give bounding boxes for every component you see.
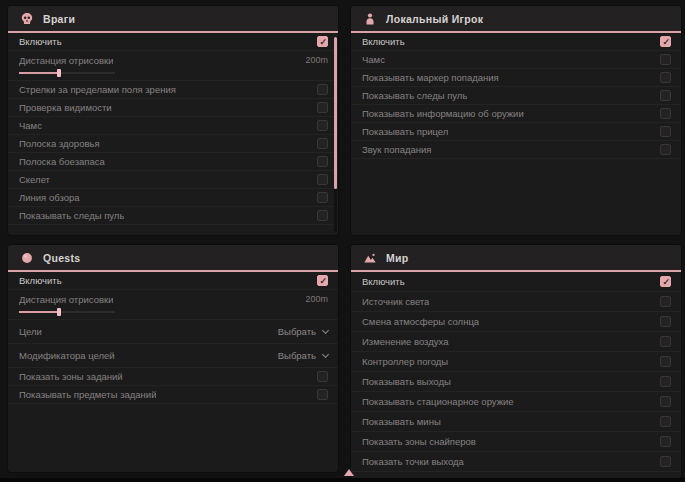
chevron-down-icon xyxy=(322,326,329,333)
checkbox[interactable] xyxy=(317,36,328,47)
setting-row: Включить xyxy=(8,272,338,290)
panel-title: Локальный Игрок xyxy=(386,13,483,25)
setting-label: Показывать прицел xyxy=(362,126,448,137)
slider-value: 200m xyxy=(305,294,328,304)
checkbox[interactable] xyxy=(660,296,671,307)
checkbox[interactable] xyxy=(660,108,671,119)
slider-fill xyxy=(19,311,59,313)
checkbox[interactable] xyxy=(660,126,671,137)
settings-list: ВключитьЧамсПоказывать маркер попаданияП… xyxy=(351,33,681,159)
checkbox[interactable] xyxy=(660,356,671,367)
checkbox[interactable] xyxy=(660,376,671,387)
panel-title: Мир xyxy=(386,252,409,264)
setting-row: Включить xyxy=(351,272,681,292)
checkbox[interactable] xyxy=(660,436,671,447)
panel-header: Враги xyxy=(8,6,338,33)
panel-local-player: Локальный Игрок ВключитьЧамсПоказывать м… xyxy=(351,6,681,235)
checkbox[interactable] xyxy=(660,336,671,347)
setting-row: Изменение воздуха xyxy=(351,332,681,352)
person-icon xyxy=(363,12,377,26)
checkbox[interactable] xyxy=(660,396,671,407)
setting-label: Дистанция отрисовки xyxy=(19,294,113,305)
setting-label: Линия обзора xyxy=(19,192,80,203)
checkbox[interactable] xyxy=(660,72,671,83)
settings-list: ВключитьДистанция отрисовки200mСтрелки з… xyxy=(8,33,338,225)
checkbox[interactable] xyxy=(660,456,671,467)
setting-row: Показывать информацию об оружии xyxy=(351,105,681,123)
setting-label: Показать точки выхода xyxy=(362,456,464,467)
slider-handle[interactable] xyxy=(57,69,61,77)
setting-row: Полоска здоровья xyxy=(8,135,338,153)
setting-label: Проверка видимости xyxy=(19,102,112,113)
slider-row-top: Дистанция отрисовки200m xyxy=(19,55,328,66)
slider-value: 200m xyxy=(305,55,328,65)
slider-handle[interactable] xyxy=(57,308,61,316)
checkbox[interactable] xyxy=(660,144,671,155)
setting-label: Показывать информацию об оружии xyxy=(362,108,524,119)
checkbox[interactable] xyxy=(660,276,671,287)
setting-label: Показывать предметы заданий xyxy=(19,389,156,400)
scroll-up-indicator[interactable] xyxy=(344,469,354,476)
setting-label: Звук попадания xyxy=(362,144,432,155)
checkbox[interactable] xyxy=(317,389,328,400)
setting-row-dropdown: Модификатора целейВыбрать xyxy=(8,344,338,368)
checkbox[interactable] xyxy=(660,90,671,101)
checkbox[interactable] xyxy=(660,316,671,327)
skull-icon xyxy=(20,12,34,26)
setting-row: Показать зоны снайперов xyxy=(351,432,681,452)
dropdown[interactable]: Выбрать xyxy=(278,350,328,361)
setting-row: Показывать следы пуль xyxy=(351,87,681,105)
checkbox[interactable] xyxy=(660,416,671,427)
render-distance-slider[interactable] xyxy=(19,69,115,77)
setting-row: Показывать мины xyxy=(351,412,681,432)
setting-label: Включить xyxy=(19,36,62,47)
checkbox[interactable] xyxy=(317,138,328,149)
panel-title: Враги xyxy=(43,13,75,25)
scrollbar-thumb[interactable] xyxy=(334,37,337,189)
setting-label: Показывать следы пуль xyxy=(19,210,124,221)
dropdown[interactable]: Выбрать xyxy=(278,326,328,337)
setting-row: Показать точки выхода xyxy=(351,452,681,472)
chevron-down-icon xyxy=(322,350,329,357)
setting-label: Показывать мины xyxy=(362,416,441,427)
setting-row: Показывать маркер попадания xyxy=(351,69,681,87)
checkbox[interactable] xyxy=(317,156,328,167)
setting-label: Полоска здоровья xyxy=(19,138,100,149)
checkbox[interactable] xyxy=(317,210,328,221)
settings-list: ВключитьИсточник светаСмена атмосферы со… xyxy=(351,272,681,472)
checkbox[interactable] xyxy=(317,192,328,203)
checkbox[interactable] xyxy=(317,371,328,382)
setting-row: Включить xyxy=(8,33,338,51)
checkbox[interactable] xyxy=(660,36,671,47)
checkbox[interactable] xyxy=(660,54,671,65)
setting-label: Включить xyxy=(362,36,405,47)
setting-label: Источник света xyxy=(362,296,429,307)
checkbox[interactable] xyxy=(317,275,328,286)
setting-row: Показать зоны заданий xyxy=(8,368,338,386)
render-distance-slider[interactable] xyxy=(19,308,115,316)
panel-header: Локальный Игрок xyxy=(351,6,681,33)
slider-fill xyxy=(19,72,59,74)
setting-label: Цели xyxy=(19,326,42,337)
mountains-icon xyxy=(363,251,377,265)
setting-row-dropdown: ЦелиВыбрать xyxy=(8,320,338,344)
slider-row-top: Дистанция отрисовки200m xyxy=(19,294,328,305)
setting-row: Контроллер погоды xyxy=(351,352,681,372)
setting-row: Показывать прицел xyxy=(351,123,681,141)
panel-title: Quests xyxy=(43,252,80,264)
checkbox[interactable] xyxy=(317,174,328,185)
panel-enemies: Враги ВключитьДистанция отрисовки200mСтр… xyxy=(8,6,338,235)
setting-label: Скелет xyxy=(19,174,50,185)
setting-row: Показывать выходы xyxy=(351,372,681,392)
setting-row: Чамс xyxy=(8,117,338,135)
circle-icon xyxy=(20,251,34,265)
setting-label: Показать зоны снайперов xyxy=(362,436,476,447)
checkbox[interactable] xyxy=(317,120,328,131)
bottom-strip xyxy=(0,478,685,482)
setting-row: Полоска боезапаса xyxy=(8,153,338,171)
setting-label: Показывать маркер попадания xyxy=(362,72,499,83)
checkbox[interactable] xyxy=(317,102,328,113)
panel-quests: Quests ВключитьДистанция отрисовки200mЦе… xyxy=(8,245,338,472)
checkbox[interactable] xyxy=(317,84,328,95)
setting-label: Модификатора целей xyxy=(19,350,115,361)
